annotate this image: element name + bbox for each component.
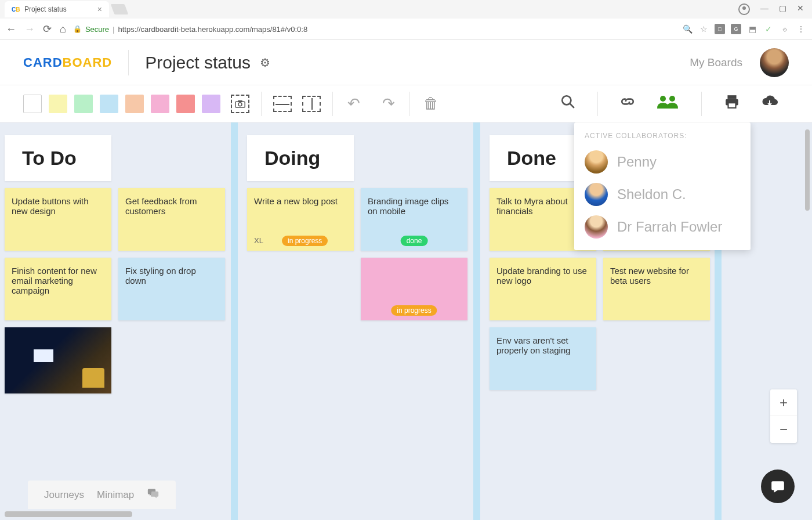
popover-title: ACTIVE COLLABORATORS: [585, 132, 740, 140]
add-row-button[interactable] [273, 96, 292, 112]
redo-button[interactable]: ↷ [379, 95, 398, 113]
svg-line-4 [570, 103, 574, 108]
comments-icon[interactable] [147, 488, 160, 502]
lock-icon: 🔒 [73, 25, 82, 33]
swatch-green[interactable] [74, 95, 93, 113]
app-header: CARDBOARD Project status ⚙ My Boards [0, 40, 812, 85]
bottom-tabs: Journeys Minimap [28, 481, 176, 509]
address-bar: ← → ⟳ ⌂ 🔒 Secure | https://cardboardit-b… [0, 19, 812, 39]
card[interactable]: Fix styling on drop down [118, 258, 225, 320]
card-image[interactable] [5, 327, 111, 393]
close-window-icon[interactable]: ✕ [797, 3, 804, 15]
ext-4-icon[interactable]: ⟐ [780, 24, 790, 34]
swatch-white[interactable] [23, 95, 42, 113]
card[interactable]: Env vars aren't set properly on staging [490, 327, 596, 390]
card[interactable]: Test new website for beta users [603, 258, 710, 320]
url-text: https://cardboardit-beta.herokuapp.com/m… [118, 25, 307, 34]
card[interactable]: Finish content for new email marketing c… [5, 258, 111, 320]
zoom-in-button[interactable]: + [770, 389, 797, 416]
user-avatar[interactable] [760, 48, 789, 77]
delete-button[interactable]: 🗑 [422, 95, 440, 113]
ext-2-icon[interactable]: ⬒ [747, 24, 757, 34]
column-header[interactable]: Doing [247, 135, 354, 181]
settings-icon[interactable]: ⚙ [260, 56, 270, 70]
reload-icon[interactable]: ⟳ [43, 23, 52, 35]
card[interactable]: Write a new blog post XL in progress [247, 188, 354, 251]
svg-point-1 [238, 102, 242, 106]
tab-title: Project status [24, 5, 67, 13]
journeys-tab[interactable]: Journeys [44, 489, 84, 501]
minimap-tab[interactable]: Minimap [97, 489, 134, 501]
back-icon[interactable]: ← [6, 23, 16, 35]
window-controls: — ▢ ✕ [738, 3, 812, 15]
collaborator-item[interactable]: Penny [585, 146, 740, 178]
logo[interactable]: CARDBOARD [23, 55, 112, 70]
maximize-icon[interactable]: ▢ [779, 3, 786, 15]
swatch-orange[interactable] [125, 95, 144, 113]
ext-g-icon[interactable]: G [731, 24, 741, 34]
chat-icon [770, 479, 785, 494]
forward-icon: → [24, 23, 35, 35]
extension-icons: 🔍 ☆ □ G ⬒ ✓ ⟐ ⋮ [682, 24, 806, 34]
zoom-controls: + − [770, 389, 797, 443]
add-column-button[interactable] [302, 96, 321, 112]
collaborator-item[interactable]: Dr Farrah Fowler [585, 211, 740, 243]
column-todo: To Do Update buttons with new design Get… [5, 129, 237, 400]
camera-button[interactable] [231, 95, 249, 113]
board-title[interactable]: Project status [145, 53, 251, 73]
scrollbar-vertical[interactable] [805, 129, 810, 211]
color-swatches [23, 95, 220, 113]
ext-3-icon[interactable]: ✓ [763, 24, 774, 34]
avatar [585, 150, 608, 174]
link-icon [620, 94, 635, 109]
print-button[interactable] [713, 94, 751, 113]
tab-bar: CB Project status × — ▢ ✕ [0, 0, 812, 19]
card[interactable]: Branding image clips on mobile done [361, 188, 467, 251]
collaborator-item[interactable]: Sheldon C. [585, 178, 740, 211]
home-icon[interactable]: ⌂ [60, 23, 66, 35]
divider [128, 50, 129, 75]
download-button[interactable] [751, 95, 789, 113]
secure-label: Secure [85, 25, 109, 34]
minimize-icon[interactable]: — [760, 3, 768, 15]
search-icon [560, 94, 575, 109]
swatch-yellow[interactable] [49, 95, 67, 113]
browser-tab[interactable]: CB Project status × [5, 1, 109, 17]
chat-button[interactable] [761, 470, 795, 503]
menu-icon[interactable]: ⋮ [796, 24, 806, 34]
zoom-out-button[interactable]: − [770, 416, 797, 443]
swatch-red[interactable] [176, 95, 195, 113]
column-header[interactable]: To Do [5, 135, 111, 181]
status-pill: in progress [282, 236, 328, 246]
undo-button[interactable]: ↶ [345, 95, 363, 113]
card[interactable]: Update buttons with new design [5, 188, 111, 251]
swatch-purple[interactable] [202, 95, 220, 113]
profile-icon[interactable] [738, 3, 750, 15]
collaborators-button[interactable] [646, 94, 690, 113]
camera-icon [235, 100, 245, 108]
avatar [585, 215, 608, 239]
star-icon[interactable]: ☆ [698, 24, 709, 34]
avatar [585, 183, 608, 206]
link-button[interactable] [610, 94, 646, 113]
svg-point-5 [660, 96, 666, 102]
board-area[interactable]: To Do Update buttons with new design Get… [0, 122, 812, 520]
collaborators-popover: ACTIVE COLLABORATORS: Penny Sheldon C. D… [574, 122, 751, 250]
people-icon [656, 94, 679, 109]
zoom-icon[interactable]: 🔍 [682, 24, 693, 34]
card[interactable]: Get feedback from customers [118, 188, 225, 251]
swatch-blue[interactable] [100, 95, 118, 113]
ext-1-icon[interactable]: □ [715, 24, 725, 34]
new-tab-button[interactable] [111, 4, 129, 15]
search-button[interactable] [550, 94, 586, 113]
svg-point-6 [669, 96, 675, 102]
lane-divider [473, 122, 480, 520]
card[interactable]: in progress [361, 258, 467, 320]
scrollbar-horizontal[interactable] [5, 511, 132, 517]
tab-close-icon[interactable]: × [97, 5, 102, 14]
swatch-pink[interactable] [151, 95, 169, 113]
card[interactable]: Update branding to use new logo [490, 258, 596, 320]
browser-chrome: CB Project status × — ▢ ✕ ← → ⟳ ⌂ 🔒 Secu… [0, 0, 812, 40]
url-field[interactable]: 🔒 Secure | https://cardboardit-beta.hero… [73, 25, 675, 34]
my-boards-link[interactable]: My Boards [690, 56, 742, 69]
